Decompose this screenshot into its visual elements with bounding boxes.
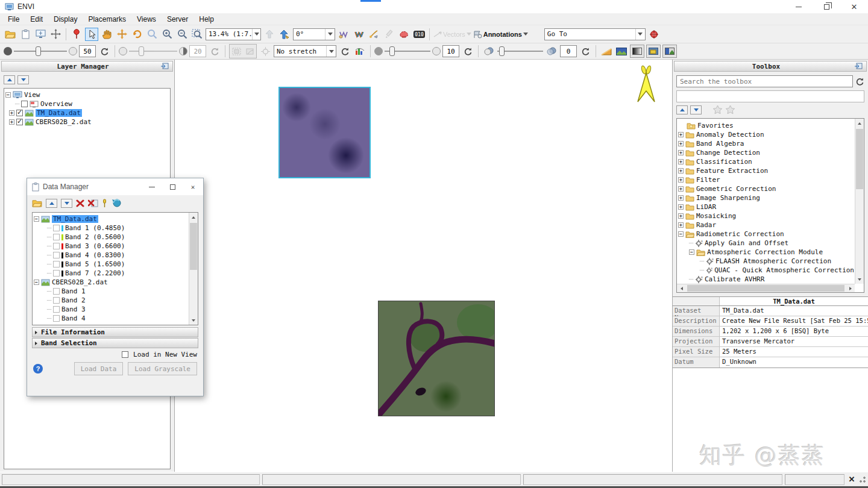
toolbox-item-band-algebra[interactable]: +Band Algebra bbox=[678, 139, 854, 148]
views-layout-icon[interactable] bbox=[34, 28, 47, 41]
open-file-icon[interactable] bbox=[4, 28, 17, 41]
collapse-all-button[interactable] bbox=[46, 199, 57, 208]
cbers-image[interactable] bbox=[378, 301, 495, 416]
dm-band-row-partial[interactable] bbox=[34, 323, 188, 324]
menu-edit[interactable]: Edit bbox=[25, 14, 48, 25]
load-data-button[interactable]: Load Data bbox=[74, 362, 124, 375]
expander-icon[interactable]: + bbox=[678, 186, 684, 192]
toolbox-item-radar[interactable]: +Radar bbox=[678, 221, 854, 230]
toolbox-item-anomaly-detection[interactable]: +Anomaly Detection bbox=[678, 130, 854, 139]
toolbox-filter-bar[interactable] bbox=[676, 90, 864, 102]
zoom-fit-icon[interactable] bbox=[190, 28, 204, 41]
close-button[interactable]: ✕ bbox=[840, 0, 868, 13]
help-button[interactable]: ? bbox=[33, 364, 43, 374]
dm-minimize-button[interactable] bbox=[142, 178, 162, 195]
toolbox-horizontal-scrollbar[interactable] bbox=[677, 284, 855, 292]
dm-vertical-scrollbar[interactable] bbox=[189, 213, 198, 325]
contrast-input[interactable] bbox=[189, 45, 206, 57]
expander-icon[interactable]: − bbox=[689, 249, 694, 255]
tree-item-view[interactable]: − View bbox=[5, 90, 169, 99]
band-checkbox[interactable] bbox=[53, 252, 60, 258]
add-favorite-star-icon[interactable] bbox=[712, 105, 723, 114]
dm-band-row[interactable]: Band 3 (0.6600) bbox=[34, 242, 188, 251]
refresh-datasets-icon[interactable] bbox=[111, 198, 122, 208]
expander-icon[interactable]: + bbox=[678, 168, 684, 174]
collapse-all-button[interactable] bbox=[676, 105, 688, 114]
previous-view-icon[interactable] bbox=[263, 28, 276, 41]
contrast-slider[interactable] bbox=[129, 46, 177, 57]
tree-item-cbers[interactable]: + CBERS02B_2.dat bbox=[5, 117, 169, 127]
tree-item-tm-data[interactable]: + TM_Data.dat bbox=[5, 108, 169, 117]
dm-band-row[interactable]: Band 3 bbox=[34, 305, 188, 314]
menu-placemarks[interactable]: Placemarks bbox=[83, 14, 131, 25]
tm-data-checkbox[interactable] bbox=[16, 110, 23, 116]
toolbox-vertical-scrollbar[interactable] bbox=[855, 119, 864, 284]
scrollbar-thumb[interactable] bbox=[687, 285, 844, 292]
grayscale-toggle-button[interactable] bbox=[630, 45, 644, 58]
expander-icon[interactable]: + bbox=[678, 195, 684, 201]
toolbox-item-lidar[interactable]: +LiDAR bbox=[678, 202, 854, 211]
dm-band-row[interactable]: Band 4 (0.8300) bbox=[34, 251, 188, 260]
annotations-button[interactable]: Annotations bbox=[473, 28, 528, 41]
toolbox-item-apply-gain-offset[interactable]: 01Apply Gain and Offset bbox=[678, 239, 854, 248]
roi-tool-icon[interactable]: roi bbox=[397, 28, 410, 41]
toolbox-search-input[interactable] bbox=[676, 75, 853, 87]
raster-values-icon[interactable]: 010 bbox=[412, 28, 426, 41]
pin-icon[interactable] bbox=[102, 199, 107, 208]
open-file-icon[interactable] bbox=[32, 199, 42, 207]
dm-item-cbers[interactable]: − CBERS02B_2.dat bbox=[34, 278, 188, 287]
toolbox-item-radiometric-correction[interactable]: −Radiometric Correction bbox=[678, 230, 854, 239]
histogram-stretch-icon[interactable] bbox=[353, 45, 366, 58]
toolbox-item-calibrate-avhrr[interactable]: 01Calibrate AVHRR bbox=[678, 275, 854, 283]
toolbox-item-image-sharpening[interactable]: +Image Sharpening bbox=[678, 193, 854, 202]
geographic-link-icon[interactable] bbox=[647, 28, 661, 41]
close-all-files-icon[interactable] bbox=[88, 199, 98, 207]
band-checkbox[interactable] bbox=[53, 297, 60, 304]
rotate-view-icon[interactable] bbox=[130, 28, 143, 41]
color-ramp-icon[interactable] bbox=[600, 45, 613, 58]
placemark-pin-icon[interactable] bbox=[70, 28, 83, 41]
band-checkbox[interactable] bbox=[53, 315, 60, 322]
expander-icon[interactable]: + bbox=[678, 222, 684, 228]
color-table-toggle-button[interactable] bbox=[646, 45, 661, 58]
resize-grip[interactable] bbox=[859, 476, 866, 483]
collapse-all-button[interactable] bbox=[4, 75, 15, 84]
dock-pin-icon[interactable] bbox=[160, 63, 169, 70]
cbers-checkbox[interactable] bbox=[16, 119, 23, 125]
north-up-icon[interactable] bbox=[278, 28, 291, 41]
scroll-up-button[interactable] bbox=[855, 119, 864, 128]
expander-icon[interactable]: + bbox=[678, 177, 684, 183]
expand-all-button[interactable] bbox=[61, 199, 72, 208]
expander-icon[interactable]: + bbox=[678, 141, 684, 146]
pan-hand-icon[interactable] bbox=[100, 28, 113, 41]
expander-icon[interactable]: + bbox=[678, 213, 684, 219]
dm-close-button[interactable]: ✕ bbox=[183, 178, 203, 195]
band-checkbox[interactable] bbox=[53, 234, 60, 240]
scroll-up-button[interactable] bbox=[189, 213, 198, 222]
expander-icon[interactable]: − bbox=[5, 92, 11, 98]
menu-display[interactable]: Display bbox=[48, 14, 83, 25]
stretch-full-extent-icon[interactable] bbox=[230, 45, 243, 58]
menu-views[interactable]: Views bbox=[131, 14, 162, 25]
annotation-pencil-icon[interactable] bbox=[382, 28, 395, 41]
band-selection-section[interactable]: Band Selection bbox=[32, 338, 198, 348]
data-manager-titlebar[interactable]: Data Manager ✕ bbox=[27, 178, 203, 195]
image-background-icon[interactable] bbox=[615, 45, 628, 58]
menu-help[interactable]: Help bbox=[193, 14, 219, 25]
transparency-slider[interactable] bbox=[497, 46, 543, 57]
placemark-symbol[interactable] bbox=[636, 64, 656, 104]
contrast-reset-icon[interactable] bbox=[208, 45, 221, 58]
goto-combo[interactable]: Go To bbox=[544, 28, 646, 40]
select-cursor-icon[interactable] bbox=[85, 28, 98, 41]
band-checkbox[interactable] bbox=[53, 270, 60, 277]
zoom-in-icon[interactable] bbox=[160, 28, 174, 41]
transparency-reset-icon[interactable] bbox=[579, 45, 592, 58]
feature-counting-icon[interactable] bbox=[337, 28, 350, 41]
scroll-down-button[interactable] bbox=[189, 316, 198, 325]
toolbox-item-atmospheric-module[interactable]: −Atmospheric Correction Module bbox=[678, 248, 854, 257]
band-combination-toggle-button[interactable] bbox=[662, 45, 677, 58]
dm-band-row[interactable]: Band 5 (1.6500) bbox=[34, 260, 188, 269]
zoom-level-combo[interactable]: 13.4% (1:7.5 bbox=[206, 28, 261, 40]
expander-icon[interactable]: + bbox=[678, 204, 684, 210]
load-in-new-view-checkbox[interactable] bbox=[122, 351, 128, 358]
